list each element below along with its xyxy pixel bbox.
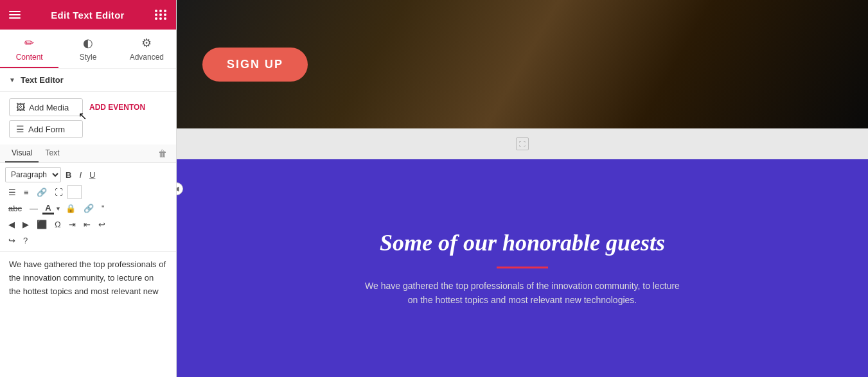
sign-up-button[interactable]: SIGN UP	[202, 48, 308, 82]
text-content-area[interactable]: We have gathered the top professionals o…	[0, 252, 176, 377]
resize-icon[interactable]: ⛶	[516, 137, 529, 150]
add-form-button[interactable]: ☰ Add Form	[9, 120, 83, 138]
toolbar-row-5: ↪ ?	[5, 234, 171, 247]
gray-divider: ⛶	[177, 128, 868, 159]
special-char-button[interactable]: Ω	[51, 218, 64, 231]
tab-content-label: Content	[16, 53, 43, 62]
toolbar-row-2: ☰ ≡ 🔗 ⛶	[5, 185, 171, 199]
purple-section-title: Some of our honorable guests	[380, 229, 665, 256]
color-swatch[interactable]	[67, 185, 82, 199]
media-icon: 🖼	[16, 102, 25, 112]
purple-section-text: We have gathered the top professionals o…	[362, 279, 683, 308]
hr-button[interactable]: —	[26, 202, 41, 215]
button-row: 🖼 Add Media ADD EVENTON ↖ ☰ Add Form	[0, 92, 176, 145]
editor-tabs: Visual Text 🗑	[0, 145, 176, 163]
lock-button[interactable]: 🔒	[62, 202, 79, 215]
left-panel: Edit Text Editor ✏ Content ◐ Style ⚙ Adv…	[0, 0, 177, 377]
advanced-icon: ⚙	[141, 36, 152, 50]
align-left-button[interactable]: ☰	[5, 186, 19, 199]
panel-tabs: ✏ Content ◐ Style ⚙ Advanced	[0, 30, 176, 69]
tab-style-label: Style	[80, 53, 97, 62]
grid-icon[interactable]	[155, 10, 167, 20]
paragraph-select[interactable]: Paragraph Heading 1 Heading 2 Heading 3	[5, 167, 61, 182]
strikethrough-button[interactable]: abc	[5, 202, 25, 215]
align-center-button[interactable]: ≡	[21, 186, 32, 199]
italic-button[interactable]: I	[76, 168, 85, 182]
text-color-button[interactable]: A	[42, 203, 54, 215]
unlink-button[interactable]: 🔗	[80, 202, 97, 215]
toolbar: Paragraph Heading 1 Heading 2 Heading 3 …	[0, 163, 176, 252]
add-form-label: Add Form	[28, 125, 65, 134]
undo-button[interactable]: ↩	[95, 218, 109, 231]
right-panel: SIGN UP ⛶ ◀ Some of our honorable guests…	[177, 0, 868, 377]
align-center2-button[interactable]: ▶	[19, 218, 32, 231]
section-title: Text Editor	[21, 75, 64, 85]
add-eventon-label[interactable]: ADD EVENTON	[89, 103, 145, 111]
red-divider	[497, 267, 548, 268]
underline-button[interactable]: U	[86, 168, 98, 182]
trash-button[interactable]: 🗑	[154, 146, 171, 161]
editor-tab-text[interactable]: Text	[39, 145, 66, 162]
panel-title: Edit Text Editor	[51, 10, 125, 21]
tab-advanced-label: Advanced	[130, 53, 164, 62]
bold-button[interactable]: B	[62, 168, 75, 182]
content-icon: ✏	[24, 36, 34, 50]
toolbar-row-1: Paragraph Heading 1 Heading 2 Heading 3 …	[5, 167, 171, 182]
panel-header: Edit Text Editor	[0, 0, 176, 30]
tab-style[interactable]: ◐ Style	[58, 30, 117, 68]
form-icon: ☰	[16, 124, 24, 134]
editor-text: We have gathered the top professionals o…	[9, 259, 166, 296]
add-media-label: Add Media	[29, 103, 69, 112]
editor-tab-visual[interactable]: Visual	[5, 145, 39, 162]
section-header[interactable]: ▼ Text Editor	[0, 69, 176, 92]
hamburger-icon[interactable]	[9, 11, 21, 19]
style-icon: ◐	[83, 36, 93, 50]
link-button[interactable]: 🔗	[33, 186, 50, 199]
toolbar-row-3: abc — A ▼ 🔒 🔗 "	[5, 202, 171, 215]
indent-button[interactable]: ⇥	[66, 218, 79, 231]
quote-button[interactable]: "	[98, 202, 108, 215]
color-indicator	[42, 213, 54, 215]
redo-button[interactable]: ↪	[5, 234, 19, 247]
fullscreen-button[interactable]: ⛶	[51, 186, 66, 199]
section-arrow-icon: ▼	[9, 76, 15, 83]
align-right2-button[interactable]: ⬛	[33, 218, 50, 231]
hero-section: SIGN UP	[177, 0, 868, 128]
tab-advanced[interactable]: ⚙ Advanced	[118, 30, 176, 68]
color-dropdown-arrow[interactable]: ▼	[55, 206, 61, 212]
text-color-icon: A	[45, 203, 51, 213]
outdent-button[interactable]: ⇤	[80, 218, 94, 231]
add-media-button[interactable]: 🖼 Add Media	[9, 98, 83, 116]
toolbar-row-4: ◀ ▶ ⬛ Ω ⇥ ⇤ ↩	[5, 218, 171, 231]
tab-content[interactable]: ✏ Content	[0, 30, 58, 68]
align-left2-button[interactable]: ◀	[5, 218, 18, 231]
purple-section: Some of our honorable guests We have gat…	[177, 159, 868, 377]
help-button[interactable]: ?	[20, 234, 31, 247]
